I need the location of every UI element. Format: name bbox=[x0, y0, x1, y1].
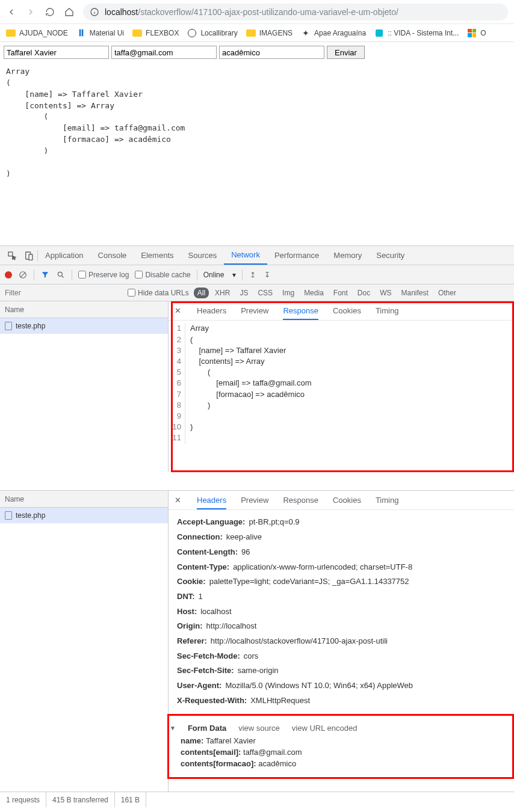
header-row: Sec-Fetch-Mode:cors bbox=[177, 649, 506, 664]
devtools-tab-sources[interactable]: Sources bbox=[181, 246, 224, 265]
type-filter-other[interactable]: Other bbox=[435, 288, 460, 298]
devtools-tab-memory[interactable]: Memory bbox=[326, 246, 369, 265]
type-filter-xhr[interactable]: XHR bbox=[211, 288, 234, 298]
home-icon[interactable] bbox=[64, 7, 75, 17]
address-bar[interactable]: localhost/stackoverflow/417100-ajax-post… bbox=[83, 4, 508, 20]
header-row: Origin:http://localhost bbox=[177, 619, 506, 634]
devtools-tab-console[interactable]: Console bbox=[91, 246, 134, 265]
throttling-select[interactable]: Online ▾ bbox=[203, 271, 237, 279]
folder-icon bbox=[132, 28, 142, 38]
header-row: Referer:http://localhost/stackoverflow/4… bbox=[177, 634, 506, 649]
request-row[interactable]: teste.php bbox=[0, 318, 168, 334]
bookmark-item[interactable]: FLEXBOX bbox=[132, 28, 179, 38]
vida-icon bbox=[374, 28, 384, 38]
devtools-tab-elements[interactable]: Elements bbox=[134, 246, 181, 265]
resources: 161 B bbox=[115, 792, 146, 807]
svg-rect-5 bbox=[29, 254, 33, 260]
detail-tab-response[interactable]: Response bbox=[283, 496, 318, 505]
disable-cache-checkbox[interactable]: Disable cache bbox=[135, 271, 190, 279]
inspect-icon[interactable] bbox=[4, 251, 20, 260]
form-row: Enviar bbox=[4, 46, 510, 59]
github-icon bbox=[187, 28, 197, 38]
forward-icon[interactable] bbox=[25, 7, 36, 17]
requests-count: 1 requests bbox=[0, 792, 46, 807]
url-text: localhost/stackoverflow/417100-ajax-post… bbox=[105, 7, 398, 17]
page-output: Array ( [name] => Taffarel Xavier [conte… bbox=[4, 59, 510, 182]
submit-button[interactable]: Enviar bbox=[327, 46, 365, 59]
type-filter-css[interactable]: CSS bbox=[254, 288, 276, 298]
search-icon[interactable] bbox=[56, 270, 66, 280]
bookmark-item[interactable]: IMAGENS bbox=[246, 28, 293, 38]
devtools-tab-security[interactable]: Security bbox=[369, 246, 412, 265]
header-row: Content-Type:application/x-www-form-urle… bbox=[177, 560, 506, 575]
hide-data-urls-checkbox[interactable]: Hide data URLs bbox=[128, 289, 189, 297]
header-row: DNT:1 bbox=[177, 589, 506, 604]
detail-tab-headers[interactable]: Headers bbox=[197, 496, 226, 509]
name-field[interactable] bbox=[4, 46, 109, 59]
header-row: X-Requested-With:XMLHttpRequest bbox=[177, 694, 506, 709]
svg-rect-3 bbox=[8, 252, 13, 256]
bookmark-item[interactable]: Locallibrary bbox=[187, 28, 237, 38]
bookmark-item[interactable]: ⏸Material Ui bbox=[76, 28, 124, 38]
record-icon[interactable] bbox=[5, 271, 12, 278]
ms-icon bbox=[467, 28, 477, 38]
bookmark-label: FLEXBOX bbox=[146, 29, 179, 37]
type-filter-manifest[interactable]: Manifest bbox=[398, 288, 432, 298]
site-info-icon[interactable] bbox=[89, 7, 100, 17]
bookmark-item[interactable]: ✦Apae Araguaína bbox=[301, 28, 366, 38]
highlight-box bbox=[171, 301, 514, 472]
detail-tab-timing[interactable]: Timing bbox=[376, 496, 399, 505]
detail-tab-preview[interactable]: Preview bbox=[241, 496, 268, 505]
close-icon[interactable]: ✕ bbox=[175, 496, 185, 505]
name-column-header[interactable]: Name bbox=[0, 491, 168, 508]
bookmark-label: O bbox=[480, 29, 486, 37]
bookmark-item[interactable]: AJUDA_NODE bbox=[6, 28, 68, 38]
type-filter-img[interactable]: Img bbox=[279, 288, 298, 298]
reload-icon[interactable] bbox=[45, 7, 55, 17]
back-icon[interactable] bbox=[6, 7, 17, 17]
upload-icon[interactable]: ↥ bbox=[249, 271, 257, 279]
type-filter-media[interactable]: Media bbox=[300, 288, 327, 298]
svg-line-7 bbox=[20, 272, 25, 277]
type-filter-all[interactable]: All bbox=[194, 288, 209, 298]
bookmark-label: Material Ui bbox=[90, 29, 124, 37]
type-filter-doc[interactable]: Doc bbox=[354, 288, 374, 298]
transferred: 415 B transferred bbox=[46, 792, 115, 807]
bookmark-label: Apae Araguaína bbox=[314, 29, 366, 37]
bookmark-item[interactable]: :: VIDA - Sistema Int... bbox=[374, 28, 459, 38]
header-row: Host:localhost bbox=[177, 604, 506, 620]
clear-icon[interactable] bbox=[18, 270, 28, 280]
header-row: Content-Length:96 bbox=[177, 545, 506, 560]
network-toolbar: Preserve log Disable cache Online ▾ ↥ ↧ bbox=[0, 265, 514, 285]
svg-point-8 bbox=[58, 272, 62, 276]
preserve-log-checkbox[interactable]: Preserve log bbox=[78, 271, 129, 279]
email-field[interactable] bbox=[111, 46, 217, 59]
status-bar: 1 requests 415 B transferred 161 B bbox=[0, 792, 514, 807]
detail-tab-cookies[interactable]: Cookies bbox=[333, 496, 361, 505]
filter-input[interactable] bbox=[2, 288, 123, 298]
bookmark-label: AJUDA_NODE bbox=[19, 29, 68, 37]
filter-icon[interactable] bbox=[40, 270, 50, 280]
bookmark-item[interactable]: O bbox=[467, 28, 486, 38]
header-row: Cookie:paletteType=light; codeVariant=JS… bbox=[177, 574, 506, 589]
header-row: User-Agent:Mozilla/5.0 (Windows NT 10.0;… bbox=[177, 678, 506, 694]
browser-toolbar: localhost/stackoverflow/417100-ajax-post… bbox=[0, 0, 514, 24]
file-icon bbox=[5, 511, 12, 520]
request-row[interactable]: teste.php bbox=[0, 508, 168, 523]
devtools-tab-network[interactable]: Network bbox=[224, 246, 267, 265]
devtools-tab-application[interactable]: Application bbox=[38, 246, 91, 265]
header-row: Connection:keep-alive bbox=[177, 530, 506, 545]
header-row: Sec-Fetch-Site:same-origin bbox=[177, 663, 506, 678]
request-list-pane-2: Name teste.php bbox=[0, 491, 169, 792]
type-filter-js[interactable]: JS bbox=[236, 288, 252, 298]
type-filter-font[interactable]: Font bbox=[330, 288, 351, 298]
type-filter-ws[interactable]: WS bbox=[376, 288, 395, 298]
devtools-tab-performance[interactable]: Performance bbox=[267, 246, 326, 265]
mui-icon: ⏸ bbox=[76, 28, 86, 38]
bookmark-label: Locallibrary bbox=[200, 29, 237, 37]
device-icon[interactable] bbox=[20, 251, 37, 260]
download-icon[interactable]: ↧ bbox=[263, 271, 271, 279]
role-field[interactable] bbox=[219, 46, 324, 59]
svg-line-9 bbox=[62, 276, 64, 278]
name-column-header[interactable]: Name bbox=[0, 301, 168, 318]
